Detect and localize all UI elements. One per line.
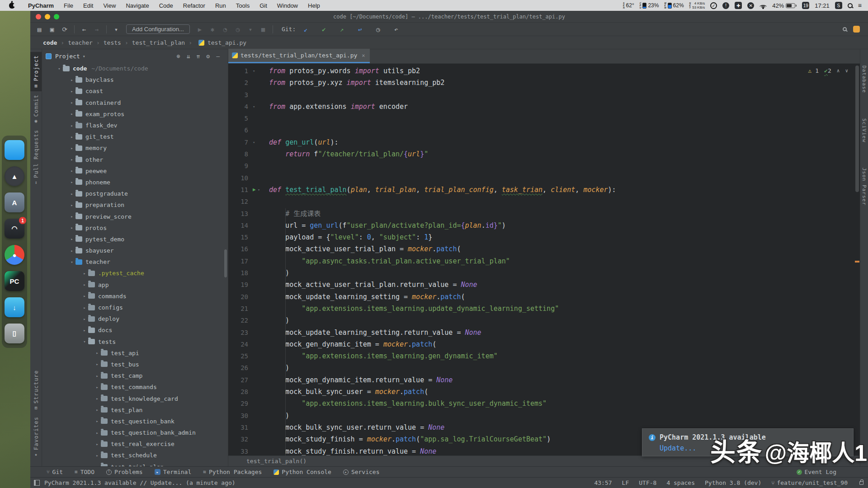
tree-item-test_question_bank_admin[interactable]: ▸test_question_bank_admin xyxy=(42,427,228,438)
tree-chevron-icon[interactable]: ▸ xyxy=(94,385,101,389)
project-view-caret-icon[interactable]: ▾ xyxy=(83,54,85,59)
tree-item-postgraduate[interactable]: ▸postgraduate xyxy=(42,188,228,199)
status-message[interactable]: PyCharm 2021.1.3 available // Update... … xyxy=(44,479,236,486)
tree-item-coast[interactable]: ▸coast xyxy=(42,85,228,97)
profiler-icon[interactable]: ◷ xyxy=(232,24,243,34)
git-branch-widget[interactable]: ⑂feature/unit_test_90 xyxy=(771,479,848,486)
tree-chevron-icon[interactable]: ▸ xyxy=(68,237,75,241)
breadcrumb-test_api.py[interactable]: test_api.py xyxy=(207,39,247,46)
menu-item-refactor[interactable]: Refactor xyxy=(178,0,210,11)
run-test-icon[interactable]: ▶ xyxy=(253,184,256,196)
menu-item-window[interactable]: Window xyxy=(272,0,303,11)
breadcrumb-tests[interactable]: tests xyxy=(103,39,122,46)
finder-dock-icon[interactable] xyxy=(5,140,24,160)
locate-file-icon[interactable]: ⊕ xyxy=(177,53,180,60)
search-everywhere-icon[interactable] xyxy=(843,27,847,31)
control-center-icon[interactable]: ≡ xyxy=(858,2,862,9)
tree-item-test_schedule[interactable]: ▸test_schedule xyxy=(42,450,228,461)
apple-menu-icon[interactable] xyxy=(9,3,15,9)
lock-icon[interactable] xyxy=(859,481,863,485)
tree-chevron-icon[interactable]: ▸ xyxy=(81,317,88,321)
tree-chevron-icon[interactable]: ▸ xyxy=(94,408,101,412)
tool-button-python-packages[interactable]: ≋Python Packages xyxy=(203,469,262,475)
tree-item-pytest_cache[interactable]: ▸.pytest_cache xyxy=(42,267,228,279)
tool-button-todo[interactable]: ≡TODO xyxy=(75,469,94,475)
profiler-caret-icon[interactable]: ▾ xyxy=(245,24,256,34)
prev-problem-icon[interactable]: ∧ xyxy=(837,68,840,74)
run-config-user-icon[interactable]: ▾ xyxy=(111,24,122,34)
tree-item-exam_protos[interactable]: ▸exam_protos xyxy=(42,108,228,120)
tree-chevron-icon[interactable]: ▸ xyxy=(94,453,101,458)
fold-marker-icon[interactable]: ▾ xyxy=(258,184,260,196)
tree-chevron-icon[interactable]: ▾ xyxy=(56,66,63,71)
menu-item-code[interactable]: Code xyxy=(154,0,178,11)
tree-item-sbayuser[interactable]: ▸sbayuser xyxy=(42,245,228,256)
tree-item-tests[interactable]: ▾tests xyxy=(42,336,228,347)
tree-item-test_commands[interactable]: ▸test_commands xyxy=(42,381,228,393)
tree-chevron-icon[interactable]: ▸ xyxy=(68,203,75,207)
next-problem-icon[interactable]: ∨ xyxy=(845,68,848,74)
tree-item-memory[interactable]: ▸memory xyxy=(42,142,228,154)
tree-item-docs[interactable]: ▸docs xyxy=(42,324,228,336)
tree-chevron-icon[interactable]: ▸ xyxy=(68,100,75,105)
tree-item-containerd[interactable]: ▸containerd xyxy=(42,97,228,108)
tree-item-teacher[interactable]: ▾teacher xyxy=(42,256,228,267)
menu-item-edit[interactable]: Edit xyxy=(78,0,98,11)
file-encoding[interactable]: UTF-8 xyxy=(639,479,656,486)
cpu-widget[interactable]: CPU 23% xyxy=(640,2,659,9)
tree-item-pytest_demo[interactable]: ▸pytest_demo xyxy=(42,234,228,245)
tree-item-test_api[interactable]: ▸test_api xyxy=(42,347,228,359)
tree-chevron-icon[interactable]: ▸ xyxy=(94,419,101,423)
tree-item-test_question_bank[interactable]: ▸test_question_bank xyxy=(42,416,228,427)
menu-item-run[interactable]: Run xyxy=(210,0,231,11)
tree-item-test_trial_plan[interactable]: ▸test_trial_plan xyxy=(42,461,228,466)
tree-chevron-icon[interactable]: ▾ xyxy=(81,339,88,344)
tool-button-terminal[interactable]: ▸Terminal xyxy=(155,469,192,475)
code-editor[interactable]: 1▾from protos_py.words import utils_pb22… xyxy=(228,64,860,455)
save-all-icon[interactable]: ▣ xyxy=(47,24,57,34)
coverage-icon[interactable]: ◔ xyxy=(220,24,231,34)
tree-scrollbar[interactable] xyxy=(224,249,227,277)
tree-chevron-icon[interactable]: ▸ xyxy=(68,180,75,184)
tool-button-git[interactable]: ⑂Git xyxy=(47,469,63,475)
menu-app-name[interactable]: PyCharm xyxy=(23,0,59,11)
spotlight-search-icon[interactable] xyxy=(848,3,853,8)
stripe-button-sciview[interactable]: SciView xyxy=(861,118,867,142)
tree-item-flask_dev[interactable]: ▸flask_dev xyxy=(42,120,228,131)
tool-button-problems[interactable]: !Problems xyxy=(106,469,143,475)
git-update-icon[interactable]: ↙ xyxy=(300,24,311,34)
tree-item-preparation[interactable]: ▸preparation xyxy=(42,199,228,211)
tree-chevron-icon[interactable]: ▸ xyxy=(68,225,75,230)
menu-item-file[interactable]: File xyxy=(59,0,78,11)
warnings-badge[interactable]: ⚠ 1 xyxy=(808,67,819,74)
fan-icon[interactable]: ✕ xyxy=(747,2,754,9)
messages-dock-icon[interactable]: ◠1 xyxy=(5,219,24,239)
typos-badge[interactable]: ✔2 xyxy=(824,67,831,74)
tree-item-peewee[interactable]: ▸peewee xyxy=(42,165,228,177)
git-fetch-icon[interactable]: ↩ xyxy=(354,24,365,34)
tree-item-git_test[interactable]: ▸git_test xyxy=(42,131,228,142)
tree-chevron-icon[interactable]: ▸ xyxy=(68,146,75,150)
hide-panel-icon[interactable]: — xyxy=(216,53,220,60)
tree-item-commands[interactable]: ▸commands xyxy=(42,291,228,302)
project-panel-title[interactable]: Project xyxy=(55,53,80,60)
chrome-dock-icon[interactable]: ● xyxy=(5,245,24,265)
tree-item-other[interactable]: ▸other xyxy=(42,154,228,165)
tree-item-test_knowledge_card[interactable]: ▸test_knowledge_card xyxy=(42,393,228,404)
stripe-button-json-parser[interactable]: Json Parser xyxy=(861,168,867,206)
tree-chevron-icon[interactable]: ▸ xyxy=(94,351,101,355)
back-icon[interactable]: ← xyxy=(79,24,90,34)
editor-scrollbar[interactable] xyxy=(855,66,859,192)
error-stripe-mark[interactable] xyxy=(855,261,859,263)
menu-item-git[interactable]: Git xyxy=(255,0,272,11)
debug-icon[interactable]: ✱ xyxy=(207,24,218,34)
stop-icon[interactable]: ■ xyxy=(258,24,269,34)
git-history-icon[interactable]: ◷ xyxy=(373,24,383,34)
git-rollback-icon[interactable]: ↶ xyxy=(391,24,401,34)
s-app-badge[interactable]: S xyxy=(835,2,842,9)
tree-chevron-icon[interactable]: ▸ xyxy=(68,169,75,173)
fold-marker-icon[interactable]: ▾ xyxy=(253,65,255,77)
tab-close-icon[interactable]: × xyxy=(362,52,365,59)
breadcrumb-test_trial_plan[interactable]: test_trial_plan xyxy=(131,39,186,46)
tree-chevron-icon[interactable]: ▸ xyxy=(68,157,75,162)
